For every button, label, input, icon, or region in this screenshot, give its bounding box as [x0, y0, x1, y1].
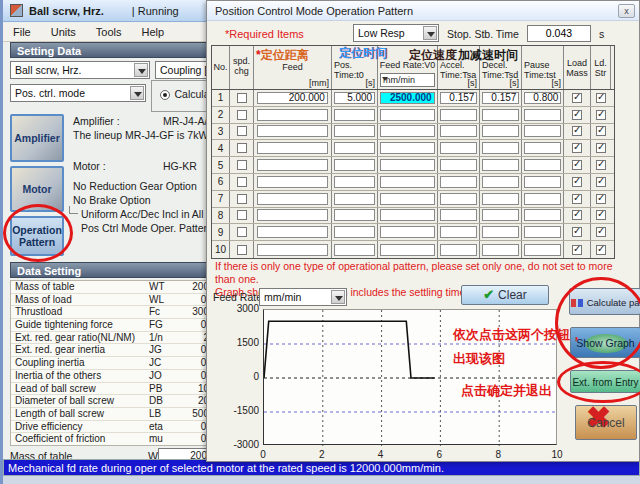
value-field[interactable] [482, 176, 520, 188]
value-field[interactable] [257, 142, 328, 154]
checkbox-icon[interactable] [572, 177, 582, 187]
checkbox-icon[interactable] [596, 227, 606, 237]
data-setting-row[interactable]: Length of ball screwLB500 [11, 408, 209, 421]
value-field[interactable] [524, 109, 562, 121]
checkbox-icon[interactable] [572, 93, 582, 103]
value-field[interactable] [380, 109, 434, 121]
checkbox-icon[interactable] [237, 160, 247, 170]
chevron-down-icon[interactable] [423, 26, 437, 40]
value-field[interactable] [380, 244, 434, 256]
data-setting-row[interactable]: Diameter of ball screwDB20 [11, 395, 209, 408]
value-field[interactable]: 2500.000 [380, 92, 434, 104]
value-field[interactable] [440, 244, 478, 256]
close-icon[interactable]: x [618, 4, 635, 18]
value-field[interactable] [524, 142, 562, 154]
value-field[interactable] [482, 226, 520, 238]
value-field[interactable] [257, 159, 328, 171]
value-field[interactable] [482, 159, 520, 171]
value-field[interactable] [524, 209, 562, 221]
value-field[interactable] [482, 142, 520, 154]
value-field[interactable] [380, 193, 434, 205]
data-setting-row[interactable]: ThrustloadFc300 [11, 306, 209, 319]
value-field[interactable] [334, 176, 375, 188]
exit-from-entry-button[interactable]: Ext. from Entry [570, 370, 640, 393]
chevron-down-icon[interactable] [130, 86, 144, 100]
cancel-button[interactable]: ✖ Cancel [575, 405, 637, 440]
value-field[interactable] [440, 125, 478, 137]
value-field[interactable] [257, 209, 328, 221]
checkbox-icon[interactable] [596, 110, 606, 120]
operation-pattern-button[interactable]: Operation Pattern [10, 216, 64, 256]
value-field[interactable] [524, 125, 562, 137]
data-setting-row[interactable]: Mass of loadWL0. [11, 294, 209, 307]
value-field[interactable] [334, 142, 375, 154]
value-field[interactable] [334, 226, 375, 238]
value-field[interactable] [257, 226, 328, 238]
data-setting-row[interactable]: Drive efficiencyeta0. [11, 421, 209, 434]
value-field[interactable] [440, 159, 478, 171]
value-field[interactable] [257, 176, 328, 188]
value-field[interactable] [524, 226, 562, 238]
checkbox-icon[interactable] [237, 245, 247, 255]
value-field[interactable] [524, 244, 562, 256]
value-field[interactable] [380, 226, 434, 238]
checkbox-icon[interactable] [237, 210, 247, 220]
value-field[interactable] [482, 109, 520, 121]
data-setting-row[interactable]: Guide tightening forceFG0. [11, 319, 209, 332]
data-setting-row[interactable]: Coefficient of frictionmu0. [11, 433, 209, 446]
value-field[interactable]: 200.000 [257, 92, 328, 104]
checkbox-icon[interactable] [237, 110, 247, 120]
checkbox-icon[interactable] [237, 194, 247, 204]
value-field[interactable] [334, 193, 375, 205]
value-field[interactable] [440, 142, 478, 154]
checkbox-icon[interactable] [596, 210, 606, 220]
value-field[interactable]: 0.157 [482, 92, 520, 104]
checkbox-icon[interactable] [596, 160, 606, 170]
checkbox-icon[interactable] [596, 93, 606, 103]
menu-units[interactable]: Units [41, 24, 86, 40]
checkbox-icon[interactable] [572, 143, 582, 153]
value-field[interactable] [380, 125, 434, 137]
value-field[interactable] [524, 193, 562, 205]
chevron-down-icon[interactable] [134, 63, 148, 77]
checkbox-icon[interactable] [596, 177, 606, 187]
value-field[interactable] [440, 193, 478, 205]
mounting-select[interactable]: Coupling [y]+Ext. R [155, 61, 213, 79]
value-field[interactable] [257, 193, 328, 205]
value-field[interactable] [524, 159, 562, 171]
value-field[interactable] [440, 209, 478, 221]
checkbox-icon[interactable] [237, 177, 247, 187]
value-field[interactable] [440, 226, 478, 238]
value-field[interactable] [334, 159, 375, 171]
value-field[interactable]: 0.157 [440, 92, 478, 104]
menu-file[interactable]: File [3, 24, 41, 40]
data-setting-row[interactable]: Coupling inertiaJC0. [11, 357, 209, 370]
control-mode-select[interactable]: Pos. ctrl. mode [10, 84, 146, 102]
checkbox-icon[interactable] [237, 93, 247, 103]
menu-help[interactable]: Help [131, 24, 174, 40]
value-field[interactable] [334, 125, 375, 137]
checkbox-icon[interactable] [572, 227, 582, 237]
data-setting-row[interactable]: Inertia of the othersJO0. [11, 370, 209, 383]
value-field[interactable] [440, 176, 478, 188]
value-field[interactable]: 0.800 [524, 92, 562, 104]
mechanism-select[interactable]: Ball scrw, Hrz. [10, 61, 150, 79]
motor-button[interactable]: Motor [10, 166, 64, 212]
checkbox-icon[interactable] [572, 245, 582, 255]
data-setting-row[interactable]: Ext. red. gear ratio(NL/NM)1/n2 [11, 332, 209, 345]
value-field[interactable] [440, 109, 478, 121]
calculate-pattern-button[interactable]: Calculate pattern [569, 288, 640, 315]
value-field[interactable] [334, 209, 375, 221]
checkbox-icon[interactable] [596, 126, 606, 136]
data-setting-row[interactable]: Lead of ball screwPB10 [11, 383, 209, 396]
value-field[interactable] [482, 125, 520, 137]
amplifier-button[interactable]: Amplifier [10, 114, 64, 162]
value-field[interactable]: 5.000 [334, 92, 375, 104]
checkbox-icon[interactable] [596, 194, 606, 204]
menu-tools[interactable]: Tools [86, 24, 132, 40]
checkbox-icon[interactable] [572, 160, 582, 170]
checkbox-icon[interactable] [237, 227, 247, 237]
value-field[interactable] [482, 209, 520, 221]
checkbox-icon[interactable] [596, 143, 606, 153]
checkbox-icon[interactable] [572, 126, 582, 136]
